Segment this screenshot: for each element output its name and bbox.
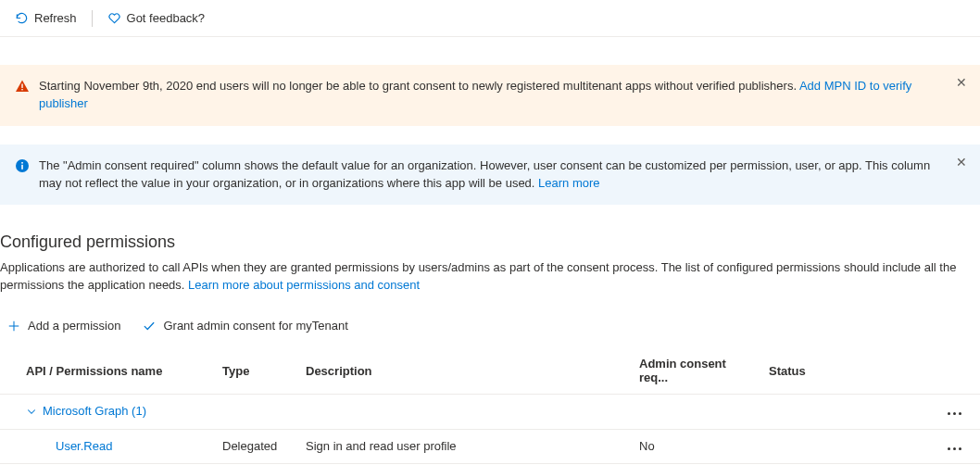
warning-banner: Starting November 9th, 2020 end users wi…	[0, 65, 980, 126]
api-group-row: Microsoft Graph (1)	[0, 395, 980, 430]
close-icon: ✕	[956, 76, 967, 89]
header-status[interactable]: Status	[760, 349, 918, 395]
checkmark-icon	[143, 320, 156, 333]
table-header-row: API / Permissions name Type Description …	[0, 349, 980, 395]
close-icon: ✕	[956, 156, 967, 169]
command-bar: Refresh Got feedback?	[0, 0, 980, 37]
info-icon	[15, 158, 30, 173]
feedback-button[interactable]: Got feedback?	[102, 7, 211, 29]
chevron-down-icon	[26, 406, 37, 417]
header-description[interactable]: Description	[296, 349, 630, 395]
configured-permissions-section: Configured permissions Applications are …	[0, 205, 980, 465]
section-description: Applications are authorized to call APIs…	[0, 259, 980, 295]
info-text: The "Admin consent required" column show…	[39, 157, 965, 193]
permission-name-link[interactable]: User.Read	[56, 439, 112, 453]
grant-consent-button[interactable]: Grant admin consent for myTenant	[135, 315, 355, 336]
action-bar: Add a permission Grant admin consent for…	[0, 300, 980, 349]
permission-consent: No	[630, 429, 760, 463]
permission-row: User.Read Delegated Sign in and read use…	[0, 429, 980, 463]
refresh-label: Refresh	[34, 11, 77, 25]
svg-rect-4	[21, 162, 23, 164]
info-message: The "Admin consent required" column show…	[39, 158, 930, 190]
refresh-icon	[15, 11, 29, 25]
close-info-button[interactable]: ✕	[952, 152, 971, 172]
plus-icon	[7, 320, 20, 333]
api-group-label: Microsoft Graph (1)	[43, 404, 146, 418]
add-permission-label: Add a permission	[28, 319, 120, 333]
api-group-toggle[interactable]: Microsoft Graph (1)	[26, 404, 146, 418]
warning-message: Starting November 9th, 2020 end users wi…	[39, 79, 799, 93]
heart-icon	[107, 11, 121, 25]
add-permission-button[interactable]: Add a permission	[0, 315, 128, 336]
refresh-button[interactable]: Refresh	[9, 7, 82, 29]
info-learn-more-link[interactable]: Learn more	[538, 176, 599, 190]
svg-rect-3	[21, 164, 23, 169]
grant-consent-label: Grant admin consent for myTenant	[163, 319, 347, 333]
close-warning-button[interactable]: ✕	[952, 72, 971, 93]
info-banner: The "Admin consent required" column show…	[0, 145, 980, 206]
svg-rect-0	[21, 84, 22, 89]
permission-type: Delegated	[213, 429, 296, 463]
permission-status	[760, 429, 918, 463]
svg-rect-1	[21, 89, 22, 90]
permissions-table: API / Permissions name Type Description …	[0, 349, 980, 464]
section-description-text: Applications are authorized to call APIs…	[0, 260, 956, 292]
header-name[interactable]: API / Permissions name	[0, 349, 213, 395]
header-consent[interactable]: Admin consent req...	[630, 349, 760, 395]
permission-description: Sign in and read user profile	[296, 429, 630, 463]
toolbar-separator	[92, 10, 93, 27]
header-menu	[918, 349, 980, 395]
warning-text: Starting November 9th, 2020 end users wi…	[39, 78, 965, 113]
header-type[interactable]: Type	[213, 349, 296, 395]
feedback-label: Got feedback?	[127, 11, 206, 25]
warning-icon	[15, 79, 30, 94]
permissions-learn-more-link[interactable]: Learn more about permissions and consent	[188, 278, 420, 292]
group-more-menu[interactable]	[944, 408, 965, 419]
section-title: Configured permissions	[0, 232, 980, 252]
permission-more-menu[interactable]	[944, 444, 965, 454]
